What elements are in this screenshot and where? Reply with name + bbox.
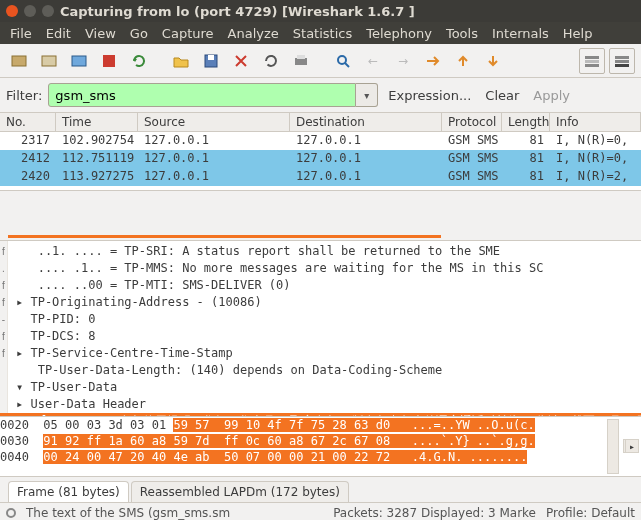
filter-label: Filter:	[6, 88, 42, 103]
col-time[interactable]: Time	[56, 113, 138, 131]
svg-rect-1	[42, 56, 56, 66]
vscroll[interactable]	[607, 419, 619, 474]
svg-rect-15	[615, 64, 629, 67]
status-text: The text of the SMS (gsm_sms.sm	[26, 506, 230, 520]
svg-rect-12	[585, 64, 599, 67]
menu-analyze[interactable]: Analyze	[228, 26, 279, 41]
details-pane[interactable]: f.ff-ff ..1. .... = TP-SRI: A status rep…	[0, 240, 641, 416]
maximize-icon[interactable]	[42, 5, 54, 17]
forward-icon[interactable]: →	[390, 48, 416, 74]
svg-point-8	[338, 56, 346, 64]
status-bar: The text of the SMS (gsm_sms.sm Packets:…	[0, 502, 641, 520]
svg-rect-10	[585, 56, 599, 59]
open-icon[interactable]	[168, 48, 194, 74]
tree-line[interactable]: ▸ TP-Originating-Address - (10086)	[16, 294, 637, 311]
print-icon[interactable]	[288, 48, 314, 74]
filter-clear[interactable]: Clear	[481, 88, 523, 103]
filter-expression[interactable]: Expression...	[384, 88, 475, 103]
close-icon[interactable]	[6, 5, 18, 17]
menu-edit[interactable]: Edit	[46, 26, 71, 41]
bytes-pane[interactable]: 0020 05 00 03 3d 03 01 59 57 99 10 4f 7f…	[0, 416, 641, 476]
pane-splitter[interactable]	[0, 190, 641, 240]
tree-line[interactable]: ▾ TP-User-Data	[16, 379, 637, 396]
reload-icon[interactable]	[258, 48, 284, 74]
menu-telephony[interactable]: Telephony	[366, 26, 432, 41]
tree-line[interactable]: ..1. .... = TP-SRI: A status report shal…	[16, 243, 637, 260]
options-icon[interactable]	[36, 48, 62, 74]
tree-line[interactable]: ▸ User-Data Header	[16, 396, 637, 413]
titlebar: Capturing from lo (port 4729) [Wireshark…	[0, 0, 641, 22]
autoscroll-icon[interactable]	[609, 48, 635, 74]
hex-line[interactable]: 0030 91 92 ff 1a 60 a8 59 7d ff 0c 60 a8…	[0, 433, 641, 449]
interfaces-icon[interactable]	[6, 48, 32, 74]
find-icon[interactable]	[330, 48, 356, 74]
tree-line[interactable]: TP-PID: 0	[16, 311, 637, 328]
filter-apply[interactable]: Apply	[529, 88, 574, 103]
gototop-icon[interactable]	[450, 48, 476, 74]
col-info[interactable]: Info	[550, 113, 641, 131]
filter-dropdown[interactable]: ▾	[356, 83, 378, 107]
menu-go[interactable]: Go	[130, 26, 148, 41]
col-source[interactable]: Source	[138, 113, 290, 131]
window-title: Capturing from lo (port 4729) [Wireshark…	[60, 4, 415, 19]
tab-frame[interactable]: Frame (81 bytes)	[8, 481, 129, 502]
menu-tools[interactable]: Tools	[446, 26, 478, 41]
menu-internals[interactable]: Internals	[492, 26, 549, 41]
status-packets: Packets: 3287 Displayed: 3 Marke	[333, 506, 536, 520]
tab-reassembled[interactable]: Reassembled LAPDm (172 bytes)	[131, 481, 349, 502]
col-length[interactable]: Length	[502, 113, 550, 131]
separator	[156, 48, 164, 74]
toolbar: ← →	[0, 44, 641, 78]
menu-capture[interactable]: Capture	[162, 26, 214, 41]
expert-led-icon[interactable]	[6, 508, 16, 518]
svg-rect-7	[297, 55, 305, 59]
tree-line[interactable]: .... ..00 = TP-MTI: SMS-DELIVER (0)	[16, 277, 637, 294]
tree-line[interactable]: .... .1.. = TP-MMS: No more messages are…	[16, 260, 637, 277]
tree-line[interactable]: TP-DCS: 8	[16, 328, 637, 345]
hex-line[interactable]: 0020 05 00 03 3d 03 01 59 57 99 10 4f 7f…	[0, 417, 641, 433]
goto-icon[interactable]	[420, 48, 446, 74]
packet-list[interactable]: 2317102.902754127.0.0.1127.0.0.1GSM SMS8…	[0, 132, 641, 190]
tree-line[interactable]: ▸ TP-Service-Centre-Time-Stamp	[16, 345, 637, 362]
sms-text-line[interactable]: [SMS text: 套餐使用提醒：您好，您本月4G飞享套餐38版套餐中包含的语…	[0, 413, 641, 416]
menu-view[interactable]: View	[85, 26, 116, 41]
col-no[interactable]: No.	[0, 113, 56, 131]
table-row[interactable]: 2317102.902754127.0.0.1127.0.0.1GSM SMS8…	[0, 132, 641, 150]
start-icon[interactable]	[66, 48, 92, 74]
svg-rect-14	[615, 60, 629, 63]
gotobottom-icon[interactable]	[480, 48, 506, 74]
close-file-icon[interactable]	[228, 48, 254, 74]
svg-rect-0	[12, 56, 26, 66]
packet-list-header: No. Time Source Destination Protocol Len…	[0, 112, 641, 132]
bytes-tabs: Frame (81 bytes) Reassembled LAPDm (172 …	[0, 476, 641, 502]
status-profile: Profile: Default	[546, 506, 635, 520]
back-icon[interactable]: ←	[360, 48, 386, 74]
minimize-icon[interactable]	[24, 5, 36, 17]
svg-rect-3	[103, 55, 115, 67]
svg-rect-11	[585, 60, 599, 63]
stop-icon[interactable]	[96, 48, 122, 74]
filterbar: Filter: ▾ Expression... Clear Apply	[0, 78, 641, 112]
table-row[interactable]: 2420113.927275127.0.0.1127.0.0.1GSM SMS8…	[0, 168, 641, 186]
save-icon[interactable]	[198, 48, 224, 74]
svg-rect-13	[615, 56, 629, 59]
menu-statistics[interactable]: Statistics	[293, 26, 352, 41]
tree-line[interactable]: TP-User-Data-Length: (140) depends on Da…	[16, 362, 637, 379]
col-protocol[interactable]: Protocol	[442, 113, 502, 131]
svg-line-9	[345, 63, 349, 67]
restart-icon[interactable]	[126, 48, 152, 74]
menubar: File Edit View Go Capture Analyze Statis…	[0, 22, 641, 44]
table-row[interactable]: 2412112.751119127.0.0.1127.0.0.1GSM SMS8…	[0, 150, 641, 168]
svg-rect-5	[208, 55, 214, 60]
separator	[318, 48, 326, 74]
hscroll-right-icon[interactable]: ▸	[625, 439, 639, 453]
col-destination[interactable]: Destination	[290, 113, 442, 131]
colorize-icon[interactable]	[579, 48, 605, 74]
menu-file[interactable]: File	[10, 26, 32, 41]
hex-line[interactable]: 0040 00 24 00 47 20 40 4e ab 50 07 00 00…	[0, 449, 641, 465]
filter-input[interactable]	[48, 83, 356, 107]
svg-rect-6	[295, 58, 307, 65]
menu-help[interactable]: Help	[563, 26, 593, 41]
svg-rect-2	[72, 56, 86, 66]
